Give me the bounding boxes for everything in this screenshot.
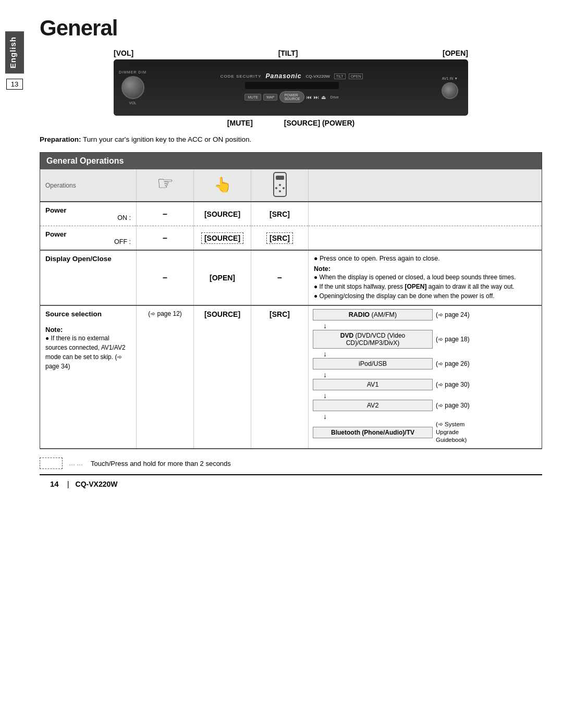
- power-on-sub-label: ON :: [45, 214, 131, 221]
- device-center: CODE SECURITY Panasonic CQ-VX220W TILT O…: [146, 72, 437, 103]
- display-dash3: –: [277, 273, 282, 282]
- open-label: [OPEN]: [443, 49, 468, 57]
- table-row-display: Display Open/Close – [OPEN] – ● Press on…: [40, 250, 542, 305]
- power-off-dash1: –: [163, 233, 167, 242]
- prep-bold: Preparation:: [40, 135, 81, 143]
- power-on-dash1: –: [163, 209, 167, 218]
- device-top-bar: CODE SECURITY Panasonic CQ-VX220W TILT O…: [221, 72, 363, 80]
- legend-dots: ……: [69, 460, 84, 467]
- legend: …… Touch/Press and hold for more than 2 …: [40, 458, 542, 469]
- power-off-sub-label: OFF :: [45, 238, 131, 245]
- footer-model: CQ-VX220W: [76, 480, 118, 488]
- device-labels-bottom: [MUTE] [SOURCE] (POWER): [114, 119, 468, 127]
- power-off-main-label: Power: [45, 230, 131, 238]
- hand-swipe-icon: 👆: [209, 171, 236, 198]
- svg-rect-3: [276, 176, 284, 180]
- device-area: [VOL] [TILT] [OPEN] DIMMER DIM VOL: [40, 49, 542, 127]
- device-right: AV1 IN ▼: [437, 77, 463, 99]
- prep-description: Turn your car's ignition key to the ACC …: [83, 135, 251, 143]
- source-page-bt: (➾ System Upgrade Guidebook): [436, 421, 483, 444]
- source-row-ipod: iPod/USB (➾ page 26): [313, 358, 537, 369]
- display-note-bullets: ● When the display is opened or closed, …: [314, 273, 536, 301]
- svg-point-7: [279, 190, 281, 192]
- source-chain: RADIO (AM/FM) (➾ page 24) ↓ DVD (DVD/VCD…: [313, 309, 537, 445]
- device-face: DIMMER DIM VOL CODE SECURITY Panasonic C…: [114, 59, 468, 116]
- footer: 14 | CQ-VX220W: [40, 474, 542, 492]
- display-main-label: Display Open/Close: [45, 255, 131, 263]
- source-arrow-5: ↓: [313, 412, 537, 421]
- source-box-radio: RADIO (AM/FM): [313, 309, 433, 320]
- source-arrow-3: ↓: [313, 371, 537, 379]
- power-off-src-dashed: [SRC]: [266, 232, 293, 244]
- device-disc-slot: [245, 82, 339, 89]
- source-box-ipod: iPod/USB: [313, 358, 433, 369]
- device-brand: Panasonic: [265, 72, 301, 80]
- power-on-col1: –: [137, 202, 194, 226]
- display-col2: [OPEN]: [194, 250, 251, 305]
- source-sel-note-label: Note:: [45, 326, 131, 334]
- mute-btn: MUTE: [244, 94, 261, 101]
- main-content: General [VOL] [TILT] [OPEN] DIMMER DIM V…: [29, 0, 563, 728]
- map-btn: MAP: [263, 94, 277, 101]
- remote-icon: [270, 171, 290, 198]
- source-box-av1: AV1: [313, 379, 433, 390]
- sidebar-page-number: 13: [6, 79, 23, 90]
- av-input-circle: [442, 82, 458, 99]
- legend-dashed-box: [40, 458, 63, 469]
- sidebar-language-tab: English: [5, 31, 24, 73]
- source-sel-col1: (➾ page 12): [137, 305, 194, 449]
- source-row-dvd: DVD (DVD/VCD (Video CD)/CD/MP3/DivX) (➾ …: [313, 330, 537, 349]
- source-page-ipod: (➾ page 26): [436, 360, 470, 367]
- power-on-col3: [SRC]: [251, 202, 309, 226]
- display-col1: –: [137, 250, 194, 305]
- ops-table: General Operations Operations ☞ 👆: [40, 152, 542, 449]
- source-arrow-1: ↓: [313, 322, 537, 330]
- source-sel-main-label: Source selection: [45, 310, 131, 318]
- legend-text: Touch/Press and hold for more than 2 sec…: [91, 460, 231, 467]
- tilt-label: [TILT]: [278, 49, 298, 57]
- power-on-label-cell: Power ON :: [40, 202, 137, 226]
- device-buttons: MUTE MAP POWERSOURCE ⏮ ⏭ ⏏ Drive: [244, 91, 338, 103]
- source-row-radio: RADIO (AM/FM) (➾ page 24): [313, 309, 537, 320]
- source-page-av1: (➾ page 30): [436, 381, 470, 388]
- display-col3: –: [251, 250, 309, 305]
- source-box-av2: AV2: [313, 400, 433, 411]
- sidebar: English 13: [0, 0, 29, 728]
- source-row-bt: Bluetooth (Phone/Audio)/TV (➾ System Upg…: [313, 421, 537, 444]
- prep-text: Preparation: Turn your car's ignition ke…: [40, 134, 542, 145]
- source-box-bt: Bluetooth (Phone/Audio)/TV: [313, 427, 433, 438]
- source-page-radio: (➾ page 24): [436, 311, 470, 318]
- col-header-icon1: ☞: [137, 169, 194, 202]
- power-source-btn: POWERSOURCE: [279, 91, 304, 103]
- source-page-dvd: (➾ page 18): [436, 336, 470, 343]
- display-note-press: ● Press once to open. Press again to clo…: [314, 255, 536, 262]
- display-dash1: –: [163, 273, 167, 282]
- source-row-av1: AV1 (➾ page 30): [313, 379, 537, 390]
- power-on-col2: [SOURCE]: [194, 202, 251, 226]
- footer-separator: |: [67, 479, 69, 488]
- source-sel-chain-cell: RADIO (AM/FM) (➾ page 24) ↓ DVD (DVD/VCD…: [309, 305, 542, 449]
- display-bullet-3: ● Opening/closing the display can be don…: [314, 291, 536, 301]
- display-label-cell: Display Open/Close: [40, 250, 137, 305]
- source-page-av2: (➾ page 30): [436, 402, 470, 409]
- power-off-label-cell: Power OFF :: [40, 226, 137, 251]
- source-arrow-2: ↓: [313, 350, 537, 358]
- source-sel-note-text: ● If there is no external sources connec…: [45, 334, 131, 371]
- mute-label: [MUTE]: [227, 119, 253, 127]
- display-bullet-1: ● When the display is opened or closed, …: [314, 273, 536, 282]
- table-row-power-on: Power ON : – [SOURCE] [SRC]: [40, 202, 542, 226]
- display-bullet-2: ● If the unit stops halfway, press [OPEN…: [314, 282, 536, 291]
- source-sel-col3: [SRC]: [251, 305, 309, 449]
- col-header-icon2: 👆: [194, 169, 251, 202]
- table-header: General Operations: [40, 153, 542, 170]
- vol-label: [VOL]: [114, 49, 133, 57]
- source-sel-label-cell: Source selection Note: ● If there is no …: [40, 305, 137, 449]
- source-arrow-4: ↓: [313, 391, 537, 400]
- table-row-source-sel: Source selection Note: ● If there is no …: [40, 305, 542, 449]
- table-row-power-off: Power OFF : – [SOURCE] [SRC]: [40, 226, 542, 251]
- col-header-note: [309, 169, 542, 202]
- power-off-source-dashed: [SOURCE]: [201, 232, 243, 244]
- hand-touch-icon: ☞: [152, 171, 179, 198]
- device-labels-top: [VOL] [TILT] [OPEN]: [114, 49, 468, 57]
- power-off-col3: [SRC]: [251, 226, 309, 251]
